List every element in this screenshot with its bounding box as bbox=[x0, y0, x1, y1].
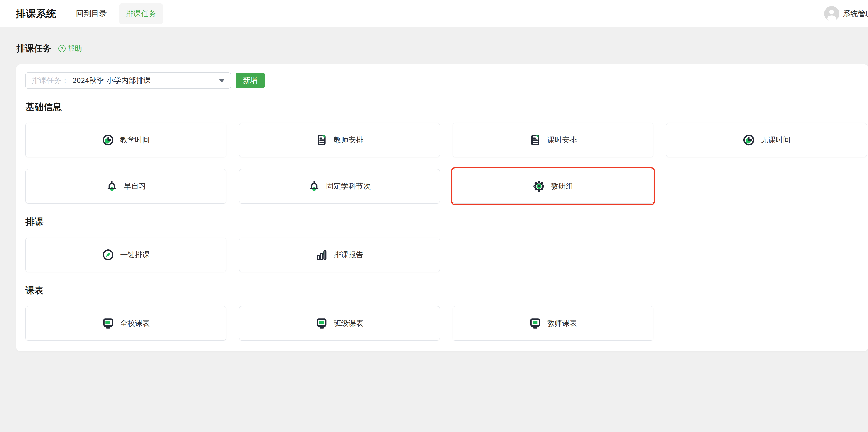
card-row: 一键排课 排课报告 bbox=[26, 238, 868, 272]
feature-card[interactable]: 教师课表 bbox=[453, 306, 653, 341]
monitor-icon bbox=[529, 317, 541, 330]
bell-icon bbox=[106, 180, 118, 192]
section-title: 课表 bbox=[26, 284, 868, 297]
feature-card-highlighted[interactable]: 教研组 bbox=[453, 169, 653, 204]
feature-card-label: 一键排课 bbox=[120, 250, 150, 260]
bar-chart-icon bbox=[315, 249, 328, 261]
feature-card-label: 教师安排 bbox=[334, 135, 363, 145]
chevron-down-icon bbox=[219, 79, 225, 82]
feature-card[interactable]: 课时安排 bbox=[453, 123, 653, 157]
sections-container: 基础信息 教学时间 教师安排 课时安排 无课时间 早自习 固定学科节次 bbox=[26, 101, 868, 341]
feature-card-label: 无课时间 bbox=[761, 135, 790, 145]
username: 系统管理员 bbox=[843, 9, 868, 19]
help-link-label: 帮助 bbox=[67, 44, 82, 53]
user-area: 系统管理员 bbox=[824, 6, 868, 21]
monitor-icon bbox=[315, 317, 328, 330]
document-icon bbox=[315, 134, 328, 146]
clock-icon bbox=[102, 134, 114, 146]
help-link[interactable]: ? 帮助 bbox=[58, 44, 82, 53]
top-navbar: 排课系统 回到目录 排课任务 系统管理员 bbox=[0, 0, 868, 27]
card-row: 全校课表 班级课表 教师课表 bbox=[26, 306, 868, 341]
document-icon bbox=[529, 134, 541, 146]
feature-card-label: 班级课表 bbox=[334, 318, 363, 329]
gear-icon bbox=[533, 180, 545, 192]
feature-card[interactable]: 固定学科节次 bbox=[239, 169, 440, 204]
monitor-icon bbox=[102, 317, 114, 330]
feature-card-label: 全校课表 bbox=[120, 318, 150, 329]
page-title: 排课任务 bbox=[17, 42, 52, 55]
user-avatar-icon[interactable] bbox=[824, 6, 839, 21]
feature-card-label: 早自习 bbox=[124, 181, 146, 191]
feature-card[interactable]: 早自习 bbox=[26, 169, 226, 204]
feature-card[interactable]: 排课报告 bbox=[239, 238, 440, 272]
app-title: 排课系统 bbox=[16, 7, 56, 21]
card-row: 早自习 固定学科节次 教研组 bbox=[26, 169, 868, 204]
feature-card-label: 教研组 bbox=[551, 181, 573, 191]
bell-icon bbox=[308, 180, 320, 192]
feature-card-label: 教师课表 bbox=[547, 318, 577, 329]
task-select-label: 排课任务： bbox=[32, 75, 69, 86]
task-select[interactable]: 排课任务： 2024秋季-小学内部排课 bbox=[26, 72, 231, 89]
task-select-value: 2024秋季-小学内部排课 bbox=[72, 75, 151, 86]
task-selector-row: 排课任务： 2024秋季-小学内部排课 新增 bbox=[26, 72, 868, 89]
main-panel: 排课任务： 2024秋季-小学内部排课 新增 基础信息 教学时间 教师安排 课时… bbox=[17, 64, 868, 351]
clock-icon bbox=[743, 134, 755, 146]
card-row: 教学时间 教师安排 课时安排 无课时间 bbox=[26, 123, 868, 157]
feature-card-label: 教学时间 bbox=[120, 135, 150, 145]
feature-card-label: 固定学科节次 bbox=[326, 181, 371, 191]
feature-card[interactable]: 教学时间 bbox=[26, 123, 226, 157]
compass-icon bbox=[102, 249, 114, 261]
section-title: 基础信息 bbox=[26, 101, 868, 113]
nav-item-back-to-catalog[interactable]: 回到目录 bbox=[76, 8, 107, 19]
feature-card[interactable]: 一键排课 bbox=[26, 238, 226, 272]
question-circle-icon: ? bbox=[58, 45, 66, 52]
section-title: 排课 bbox=[26, 216, 868, 228]
feature-card[interactable]: 无课时间 bbox=[666, 123, 867, 157]
feature-card-label: 排课报告 bbox=[334, 250, 363, 260]
feature-card[interactable]: 班级课表 bbox=[239, 306, 440, 341]
feature-card-label: 课时安排 bbox=[547, 135, 577, 145]
nav-item-scheduling-task[interactable]: 排课任务 bbox=[119, 3, 163, 24]
feature-card[interactable]: 全校课表 bbox=[26, 306, 226, 341]
add-task-button[interactable]: 新增 bbox=[236, 73, 265, 88]
feature-card[interactable]: 教师安排 bbox=[239, 123, 440, 157]
page-header: 排课任务 ? 帮助 bbox=[17, 42, 868, 55]
